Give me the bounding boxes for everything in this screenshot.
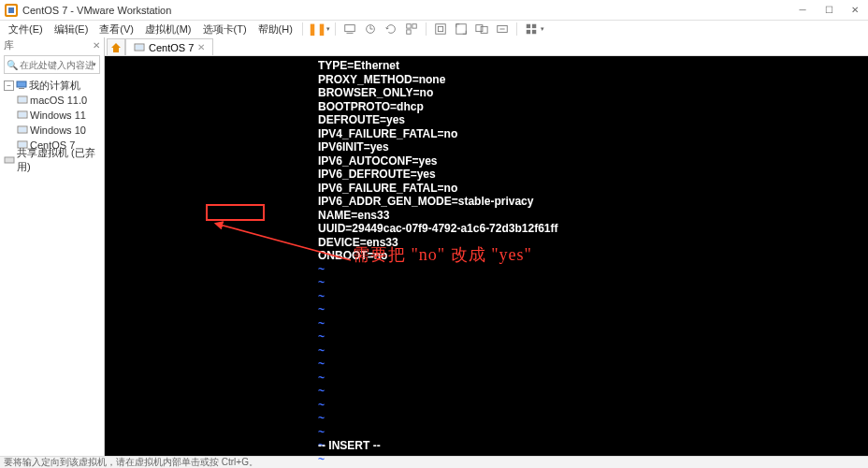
tab-close-icon[interactable]: ✕ (197, 42, 205, 52)
toolbar-fit-icon[interactable] (431, 21, 450, 37)
tree-root-shared[interactable]: 共享虚拟机 (已弃用) (0, 153, 104, 168)
tree-vm-win11[interactable]: Windows 11 (0, 108, 104, 123)
menu-vm[interactable]: 虚拟机(M) (140, 21, 196, 38)
svg-rect-32 (5, 157, 14, 163)
app-icon (4, 3, 19, 18)
tab-label: CentOS 7 (149, 42, 194, 53)
search-icon: 🔍 (5, 60, 20, 70)
tree-shared-label: 共享虚拟机 (已弃用) (17, 146, 104, 174)
status-bar: 要将输入定向到该虚拟机，请在虚拟机内部单击或按 Ctrl+G。 (0, 456, 868, 468)
svg-rect-22 (17, 81, 26, 87)
svg-rect-13 (456, 24, 467, 35)
menu-bar: 文件(E) 编辑(E) 查看(V) 虚拟机(M) 选项卡(T) 帮助(H) ❚❚… (0, 21, 868, 37)
svg-rect-27 (19, 112, 26, 117)
home-tab[interactable] (107, 38, 125, 55)
svg-rect-9 (412, 24, 416, 28)
menu-file[interactable]: 文件(E) (4, 21, 48, 38)
svg-rect-2 (8, 7, 14, 13)
pause-button[interactable]: ❚❚ (308, 21, 326, 37)
pause-dropdown[interactable]: ▾ (326, 25, 330, 33)
svg-rect-11 (436, 24, 446, 35)
toolbar-unity-icon[interactable] (472, 21, 491, 37)
svg-rect-14 (476, 25, 483, 32)
svg-rect-29 (19, 127, 26, 132)
separator (302, 22, 303, 36)
toolbar-revert-icon[interactable] (382, 21, 400, 37)
vm-icon (17, 124, 28, 136)
annotation-text: 需要把 "no" 改成 "yes" (353, 248, 532, 262)
sidebar-title: 库 (4, 38, 14, 52)
tab-centos7[interactable]: CentOS 7 ✕ (125, 38, 213, 55)
sidebar-close-icon[interactable]: ✕ (93, 40, 100, 51)
sidebar-header: 库 ✕ (0, 37, 104, 53)
svg-rect-20 (527, 30, 530, 34)
svg-rect-19 (532, 24, 536, 28)
tree-vm-label: Windows 10 (30, 124, 86, 136)
minimize-button[interactable]: ─ (789, 0, 816, 21)
svg-rect-8 (407, 24, 411, 28)
tree-vm-label: Windows 11 (30, 110, 86, 121)
tree-vm-win10[interactable]: Windows 10 (0, 123, 104, 138)
svg-rect-15 (481, 26, 487, 33)
content-pane: CentOS 7 ✕ TYPE=Ethernet PROXY_METHOD=no… (105, 37, 868, 456)
toolbar-fullscreen-icon[interactable] (452, 21, 470, 37)
computer-icon (16, 80, 27, 91)
menu-help[interactable]: 帮助(H) (253, 21, 297, 38)
vm-tree: − 我的计算机 macOS 11.0 Windows 11 Windows 10… (0, 76, 104, 169)
library-sidebar: 库 ✕ 🔍 ▾ − 我的计算机 macOS 11.0 Windows 11 (0, 37, 105, 456)
svg-rect-18 (527, 24, 530, 28)
menu-view[interactable]: 查看(V) (94, 21, 138, 38)
svg-rect-25 (19, 97, 26, 102)
svg-rect-10 (407, 30, 411, 34)
svg-rect-3 (345, 25, 355, 32)
tree-root-my-computer[interactable]: − 我的计算机 (0, 78, 104, 93)
annotation-arrow (214, 221, 354, 263)
status-text: 要将输入定向到该虚拟机，请在虚拟机内部单击或按 Ctrl+G。 (4, 456, 258, 468)
sidebar-search[interactable]: 🔍 ▾ (4, 55, 100, 74)
menu-tabs[interactable]: 选项卡(T) (198, 21, 252, 38)
window-title: CentOS 7 - VMware Workstation (22, 5, 171, 16)
svg-rect-21 (532, 30, 536, 34)
menu-edit[interactable]: 编辑(E) (50, 21, 94, 38)
toolbar-snapshot-icon[interactable] (361, 21, 380, 37)
vm-icon (17, 110, 28, 121)
tree-root-label: 我的计算机 (29, 79, 80, 93)
svg-rect-34 (136, 45, 143, 50)
annotation-highlight-box (206, 204, 265, 221)
tree-vm-label: macOS 11.0 (30, 95, 87, 106)
grid-dropdown[interactable]: ▾ (541, 25, 544, 33)
tree-vm-macos[interactable]: macOS 11.0 (0, 93, 104, 108)
terminal-tildes: ~~~~~~~~~~~~~~~~ (318, 263, 325, 469)
toolbar-stretch-icon[interactable] (493, 21, 512, 37)
svg-line-35 (220, 225, 351, 260)
search-dropdown[interactable]: ▾ (93, 61, 96, 68)
search-input[interactable] (20, 60, 94, 70)
vm-icon (134, 42, 145, 53)
expander-icon[interactable]: − (4, 80, 14, 91)
shared-icon (4, 154, 15, 166)
svg-rect-12 (438, 26, 442, 31)
terminal-mode-line: -- INSERT -- (318, 439, 381, 453)
toolbar-manage-icon[interactable] (402, 21, 421, 37)
title-bar: CentOS 7 - VMware Workstation ─ ☐ ✕ (0, 0, 868, 21)
close-button[interactable]: ✕ (842, 0, 868, 21)
toolbar-icon-1[interactable] (340, 21, 359, 37)
toolbar-grid-icon[interactable] (522, 21, 541, 37)
tab-bar: CentOS 7 ✕ (105, 37, 868, 56)
svg-rect-23 (19, 88, 24, 89)
terminal-view[interactable]: TYPE=Ethernet PROXY_METHOD=none BROWSER_… (105, 56, 868, 456)
vm-icon (17, 95, 28, 106)
maximize-button[interactable]: ☐ (816, 0, 842, 21)
